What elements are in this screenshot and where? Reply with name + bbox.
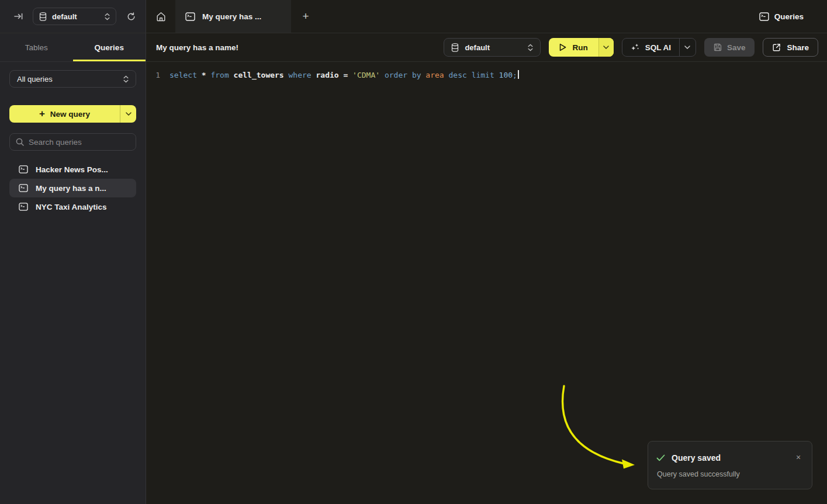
queries-panel-toggle[interactable]: Queries (759, 12, 804, 21)
query-filter-select[interactable]: All queries (9, 70, 136, 88)
new-query-button[interactable]: + New query (9, 105, 136, 123)
toast-title: Query saved (672, 453, 721, 463)
home-button[interactable] (146, 0, 175, 33)
chevron-down-icon (126, 112, 132, 116)
run-label: Run (572, 43, 587, 52)
query-terminal-icon (19, 203, 28, 211)
sql-ai-button[interactable]: SQL AI (622, 38, 696, 57)
toast-header: Query saved (656, 453, 802, 463)
text-caret (518, 70, 519, 79)
collapse-sidebar-icon (14, 12, 23, 20)
query-header: My query has a name! default Run (146, 33, 827, 62)
search-queries-box (9, 133, 136, 151)
queries-panel-label: Queries (774, 12, 804, 21)
search-icon (16, 138, 24, 146)
main-panel: My query has a name! default Run (146, 33, 827, 504)
run-dropdown[interactable] (598, 38, 614, 57)
collapse-sidebar-button[interactable] (11, 9, 26, 24)
tab-queries-label: Queries (95, 43, 124, 52)
search-queries-input[interactable] (29, 138, 132, 147)
home-icon (156, 12, 166, 22)
top-bar: default My query has ... + (0, 0, 827, 33)
sql-code-line[interactable]: select * from cell_towers where radio = … (169, 69, 519, 81)
database-select-value: default (465, 43, 522, 52)
tab-my-query[interactable]: My query has ... (175, 0, 291, 33)
connection-select-value: default (52, 12, 99, 21)
queries-terminal-icon (759, 12, 769, 21)
save-icon (714, 43, 722, 51)
tab-tables[interactable]: Tables (0, 33, 73, 61)
share-label: Share (787, 43, 809, 52)
new-query-main[interactable]: + New query (9, 105, 120, 123)
toast-message: Query saved successfully (657, 470, 802, 478)
connection-select[interactable]: default (33, 8, 116, 25)
close-icon: × (796, 453, 801, 462)
toast-query-saved: Query saved × Query saved successfully (648, 441, 812, 489)
plus-icon: + (39, 108, 45, 120)
tab-label: My query has ... (202, 12, 261, 21)
query-title: My query has a name! (156, 43, 238, 52)
database-select[interactable]: default (444, 38, 541, 57)
line-number: 1 (146, 69, 160, 81)
chevron-up-down-icon (105, 13, 110, 20)
query-list: Hacker News Pos... My query has a n... N… (9, 160, 136, 216)
tab-strip: My query has ... + Queries (146, 0, 827, 33)
sidebar-body: All queries + New query (0, 62, 146, 216)
query-controls: default Run (444, 38, 818, 57)
plus-icon: + (302, 10, 309, 23)
query-terminal-icon (185, 12, 195, 21)
share-icon (772, 43, 781, 52)
query-item-label: My query has a n... (36, 184, 106, 193)
refresh-icon (127, 12, 136, 21)
query-list-item[interactable]: Hacker News Pos... (9, 160, 136, 179)
tab-queries[interactable]: Queries (73, 33, 146, 61)
save-button[interactable]: Save (704, 38, 755, 57)
chevron-up-down-icon (528, 44, 533, 51)
check-icon (656, 454, 665, 461)
query-list-item-selected[interactable]: My query has a n... (9, 179, 136, 197)
sidebar-tabs: Tables Queries (0, 33, 146, 62)
chevron-down-icon (603, 46, 609, 49)
run-button[interactable]: Run (549, 38, 613, 57)
query-filter-value: All queries (17, 75, 123, 84)
play-icon (559, 43, 566, 51)
query-terminal-icon (19, 165, 28, 173)
sidebar-header: default (0, 0, 146, 33)
query-item-label: Hacker News Pos... (36, 165, 108, 174)
sql-ai-dropdown[interactable] (679, 39, 695, 56)
new-query-dropdown[interactable] (120, 105, 136, 123)
database-icon (39, 12, 47, 21)
refresh-button[interactable] (123, 9, 139, 24)
query-terminal-icon (19, 184, 28, 192)
save-label: Save (727, 43, 746, 52)
sparkles-icon (631, 43, 639, 52)
new-query-label: New query (50, 110, 90, 119)
run-button-main[interactable]: Run (549, 38, 598, 57)
database-icon (451, 43, 459, 52)
sidebar: Tables Queries All queries + New query (0, 33, 146, 504)
query-list-item[interactable]: NYC Taxi Analytics (9, 197, 136, 216)
chevron-down-icon (684, 46, 690, 49)
query-item-label: NYC Taxi Analytics (36, 203, 107, 211)
share-button[interactable]: Share (763, 38, 818, 57)
tab-tables-label: Tables (25, 43, 48, 52)
new-tab-button[interactable]: + (291, 0, 320, 33)
sql-ai-main[interactable]: SQL AI (622, 39, 679, 56)
sql-ai-label: SQL AI (645, 43, 671, 52)
toast-close-button[interactable]: × (793, 452, 804, 463)
chevron-up-down-icon (123, 75, 129, 83)
sql-editor[interactable]: 1 select * from cell_towers where radio … (146, 62, 827, 81)
